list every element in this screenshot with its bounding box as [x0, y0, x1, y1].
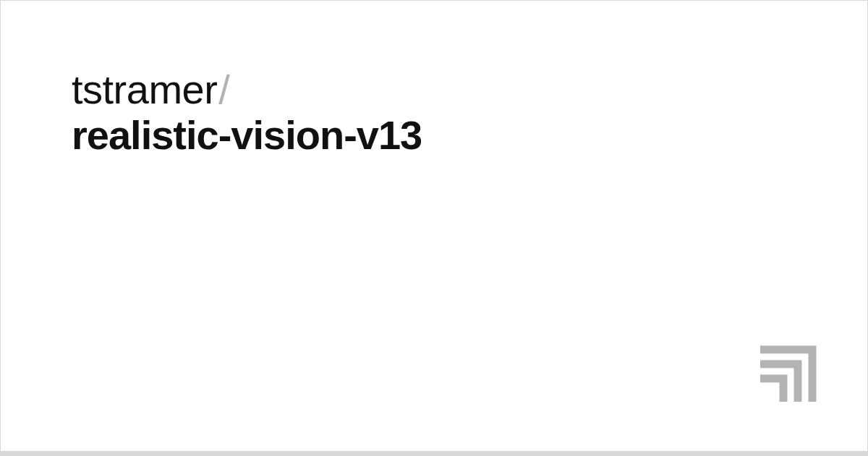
model-heading: tstramer/ realistic-vision-v13 — [72, 67, 422, 158]
model-name[interactable]: realistic-vision-v13 — [72, 112, 422, 158]
model-card: tstramer/ realistic-vision-v13 — [0, 0, 868, 452]
path-separator: / — [217, 67, 231, 112]
replicate-logo-icon — [756, 345, 817, 406]
model-owner[interactable]: tstramer — [72, 67, 217, 112]
